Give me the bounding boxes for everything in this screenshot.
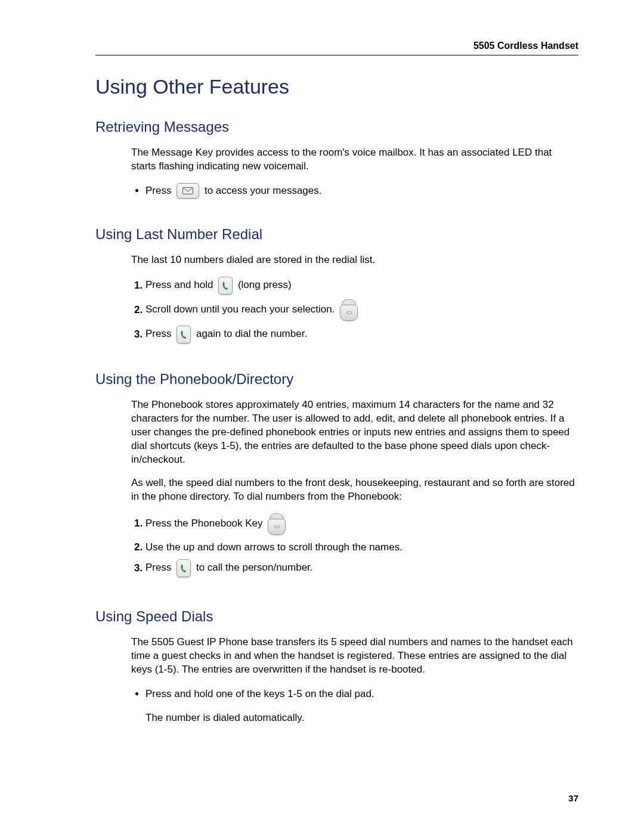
page-number: 37 xyxy=(568,793,578,803)
text-use-arrows: Use the up and down arrows to scroll thr… xyxy=(145,541,402,553)
phonebook-step-2: Use the up and down arrows to scroll thr… xyxy=(145,540,578,555)
section-heading-retrieving: Retrieving Messages xyxy=(95,119,578,135)
section-body-redial: The last 10 numbers dialed are stored in… xyxy=(131,253,578,343)
text-press-phonebook-key: Press the Phonebook Key xyxy=(145,518,263,529)
phonebook-key-icon: ▭ xyxy=(268,513,286,535)
phonebook-para-1: The Phonebook stores approximately 40 en… xyxy=(131,398,578,467)
text-scroll-selection: Scroll down until you reach your selecti… xyxy=(145,304,335,315)
text-long-press: (long press) xyxy=(238,280,292,291)
phonebook-para-2: As well, the speed dial numbers to the f… xyxy=(131,476,578,504)
page-title: Using Other Features xyxy=(95,75,578,98)
section-heading-speeddial: Using Speed Dials xyxy=(95,608,578,625)
text-press-call-post: to call the person/number. xyxy=(196,562,313,574)
text-access-messages: to access your messages. xyxy=(205,185,322,196)
header-product: 5505 Cordless Handset xyxy=(473,41,578,51)
section-heading-phonebook: Using the Phonebook/Directory xyxy=(95,371,578,388)
retrieving-para: The Message Key provides access to the r… xyxy=(131,146,578,174)
text-press: Press xyxy=(145,185,171,196)
text-press-call-pre: Press xyxy=(145,562,171,574)
call-key-icon xyxy=(218,277,233,295)
speeddial-after: The number is dialed automatically. xyxy=(145,710,578,726)
text-press-again-post: again to dial the number. xyxy=(196,329,307,340)
call-key-icon xyxy=(177,326,191,343)
text-press-again-pre: Press xyxy=(145,329,171,340)
redial-step-1: Press and hold (long press) xyxy=(145,277,578,295)
redial-step-2: Scroll down until you reach your selecti… xyxy=(145,299,578,321)
section-body-retrieving: The Message Key provides access to the r… xyxy=(131,146,578,199)
phonebook-step-1: Press the Phonebook Key ▭ xyxy=(145,513,578,535)
message-key-icon xyxy=(177,183,199,199)
text-press-hold-keys: Press and hold one of the keys 1-5 on th… xyxy=(145,688,374,699)
page: 5505 Cordless Handset Using Other Featur… xyxy=(0,0,644,833)
redial-step-3: Press again to dial the number. xyxy=(145,326,578,343)
section-body-speeddial: The 5505 Guest IP Phone base transfers i… xyxy=(131,636,578,725)
section-body-phonebook: The Phonebook stores approximately 40 en… xyxy=(131,398,578,577)
retrieving-step: Press to access your messages. xyxy=(145,183,578,199)
content-area: Using Other Features Retrieving Messages… xyxy=(95,75,578,725)
text-press-hold: Press and hold xyxy=(145,280,213,291)
call-key-icon xyxy=(177,559,191,577)
section-heading-redial: Using Last Number Redial xyxy=(95,226,578,243)
speeddial-para: The 5505 Guest IP Phone base transfers i… xyxy=(131,636,578,677)
redial-para: The last 10 numbers dialed are stored in… xyxy=(131,253,578,267)
phonebook-key-icon: ▭ xyxy=(340,299,358,321)
phonebook-step-3: Press to call the person/number. xyxy=(145,559,578,577)
speeddial-bullet: Press and hold one of the keys 1-5 on th… xyxy=(145,686,578,725)
header-rule xyxy=(95,55,578,55)
